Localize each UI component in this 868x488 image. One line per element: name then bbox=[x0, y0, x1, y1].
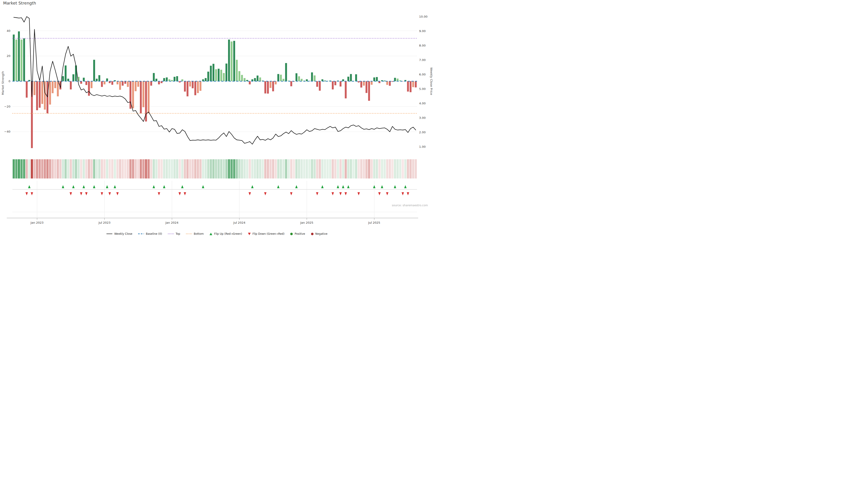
heatmap-cell bbox=[44, 159, 46, 178]
strength-bar bbox=[275, 81, 277, 85]
heatmap-cell bbox=[321, 159, 323, 178]
heatmap-cell bbox=[49, 159, 51, 178]
strength-bar bbox=[33, 81, 35, 95]
right-axis-tick-label: 4.00 bbox=[419, 102, 426, 105]
right-axis-tick-label: 7.00 bbox=[419, 58, 426, 62]
strength-bar bbox=[106, 78, 108, 81]
flip-down-marker bbox=[70, 192, 72, 195]
strength-bar bbox=[241, 75, 243, 81]
heatmap-cell bbox=[143, 159, 145, 178]
left-axis-tick-label: 40 bbox=[6, 29, 10, 33]
strength-bar bbox=[285, 63, 287, 81]
strength-bar bbox=[18, 31, 20, 81]
heatmap-cell bbox=[20, 159, 23, 178]
strength-bar bbox=[153, 73, 155, 81]
x-axis-tick-label: Jul 2025 bbox=[368, 221, 380, 224]
strength-bar bbox=[49, 81, 51, 105]
strength-bar bbox=[412, 81, 414, 87]
x-axis-tick-label: Jan 2023 bbox=[30, 221, 43, 224]
heatmap-cell bbox=[270, 159, 272, 178]
heatmap-cell bbox=[383, 159, 386, 178]
flip-down-marker bbox=[108, 192, 111, 195]
heatmap-cell bbox=[114, 159, 116, 178]
strength-bar bbox=[166, 77, 168, 81]
heatmap-cell bbox=[85, 159, 88, 178]
strength-bar bbox=[259, 77, 261, 81]
strength-bar bbox=[93, 60, 95, 81]
heatmap-cell bbox=[28, 159, 31, 178]
legend-item-label: Bottom bbox=[194, 232, 204, 235]
flip-down-marker bbox=[184, 192, 186, 195]
heatmap-cell bbox=[407, 159, 409, 178]
strength-bar bbox=[57, 81, 59, 96]
strength-bar bbox=[72, 74, 74, 81]
left-axis-tick-label: −20 bbox=[4, 105, 10, 108]
heatmap-cell bbox=[13, 159, 15, 178]
heatmap-cell bbox=[90, 159, 93, 178]
strength-bar bbox=[386, 81, 388, 85]
strength-bar bbox=[265, 81, 266, 94]
heatmap-cell bbox=[404, 159, 407, 178]
right-axis-tick-label: 2.00 bbox=[419, 131, 426, 134]
strength-bar bbox=[189, 81, 191, 87]
heatmap-cell bbox=[251, 159, 254, 178]
flip-up-marker bbox=[321, 185, 324, 188]
heatmap-cell bbox=[414, 159, 417, 178]
heatmap-cell bbox=[337, 159, 339, 178]
heatmap-cell bbox=[223, 159, 225, 178]
heatmap-cell bbox=[134, 159, 137, 178]
heatmap-cell bbox=[316, 159, 318, 178]
strength-bar bbox=[13, 35, 15, 81]
legend-line-swatch bbox=[106, 234, 112, 234]
heatmap-cell bbox=[62, 159, 64, 178]
heatmap-cell bbox=[365, 159, 368, 178]
heatmap-cell bbox=[111, 159, 114, 178]
heatmap-cell bbox=[140, 159, 142, 178]
strength-bar bbox=[156, 78, 157, 81]
strength-bar bbox=[210, 66, 212, 81]
heatmap-cell bbox=[259, 159, 261, 178]
strength-bar bbox=[137, 81, 139, 87]
heatmap-cell bbox=[96, 159, 98, 178]
heatmap-cell bbox=[282, 159, 285, 178]
x-axis-tick-label: Jan 2024 bbox=[165, 221, 178, 224]
flip-up-marker bbox=[72, 185, 74, 188]
heatmap-cell bbox=[313, 159, 316, 178]
heatmap-cell bbox=[391, 159, 394, 178]
right-axis-tick-label: 3.00 bbox=[419, 116, 426, 120]
flip-up-marker bbox=[394, 185, 396, 188]
strength-bar bbox=[355, 74, 357, 81]
heatmap-cell bbox=[103, 159, 106, 178]
strength-bar bbox=[324, 80, 326, 81]
legend-dot-swatch bbox=[311, 233, 313, 235]
heatmap-cell bbox=[93, 159, 95, 178]
strength-bar bbox=[96, 78, 98, 81]
flip-down-marker bbox=[402, 192, 404, 195]
heatmap-cell bbox=[249, 159, 251, 178]
legend-dashed-swatch bbox=[138, 233, 144, 234]
flip-up-marker bbox=[373, 185, 375, 188]
strength-bar bbox=[112, 81, 113, 85]
heatmap-cell bbox=[329, 159, 331, 178]
flip-up-marker bbox=[181, 185, 184, 188]
heatmap-cell bbox=[306, 159, 308, 178]
strength-bar bbox=[62, 76, 64, 81]
heatmap-cell bbox=[298, 159, 300, 178]
heatmap-cell bbox=[381, 159, 383, 178]
heatmap-cell bbox=[210, 159, 212, 178]
heatmap-cell bbox=[303, 159, 305, 178]
strength-bar bbox=[119, 81, 121, 90]
strength-bar bbox=[199, 81, 202, 91]
strength-bar bbox=[186, 81, 188, 96]
heatmap-cell bbox=[119, 159, 121, 178]
right-axis-tick-label: 1.00 bbox=[419, 145, 426, 149]
heatmap-cell bbox=[166, 159, 168, 178]
heatmap-cell bbox=[83, 159, 85, 178]
strength-bar bbox=[127, 81, 129, 87]
strength-bar bbox=[254, 78, 256, 81]
legend-item-baseline-0: Baseline (0) bbox=[138, 232, 162, 235]
heatmap-cell bbox=[54, 159, 56, 178]
flip-down-icon bbox=[248, 233, 251, 235]
strength-bar bbox=[239, 71, 240, 81]
legend-dot-swatch bbox=[290, 233, 293, 235]
